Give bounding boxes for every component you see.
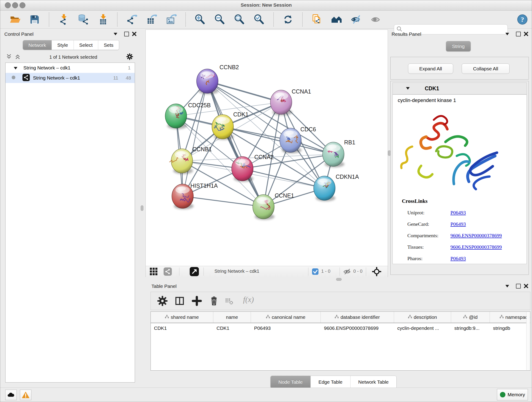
network-share-badge-icon[interactable] xyxy=(164,268,172,277)
tab-network[interactable]: Network xyxy=(23,40,52,50)
collapse-panel-icon[interactable] xyxy=(504,31,510,37)
import-network-from-database-icon[interactable] xyxy=(78,14,89,25)
close-panel-icon[interactable] xyxy=(523,283,529,289)
title-bar: Session: New Session xyxy=(0,0,532,11)
export-table-icon[interactable] xyxy=(146,14,157,25)
float-panel-icon[interactable] xyxy=(515,31,521,37)
tab-string[interactable]: String xyxy=(446,41,471,51)
column-header-shared-name[interactable]: shared name xyxy=(151,312,213,323)
svg-text:CCNA1: CCNA1 xyxy=(292,88,311,95)
column-type-icon xyxy=(408,314,412,320)
tab-node-table[interactable]: Node Table xyxy=(271,376,311,388)
column-header-namespace[interactable]: namespace xyxy=(490,312,530,323)
crosshair-icon[interactable] xyxy=(372,267,381,277)
collection-count: 1 xyxy=(128,65,131,70)
help-button[interactable]: ? xyxy=(517,14,528,25)
zoom-in-icon[interactable] xyxy=(195,14,206,25)
warnings-button[interactable] xyxy=(20,390,32,400)
collapse-panel-icon[interactable] xyxy=(113,31,119,37)
table-cell[interactable]: P06493 xyxy=(251,323,321,333)
network-options-gear-icon[interactable] xyxy=(126,53,133,61)
float-panel-icon[interactable] xyxy=(123,31,129,37)
expander-icon[interactable] xyxy=(14,65,17,70)
crosslink-value-link[interactable]: 9606.ENSP00000378699 xyxy=(450,233,502,239)
crosslink-row: Tissues:9606.ENSP00000378699 xyxy=(407,244,424,250)
export-network-icon[interactable] xyxy=(126,14,137,25)
detach-view-icon[interactable] xyxy=(190,267,199,277)
delete-table-icon-disabled xyxy=(225,297,234,307)
add-column-icon[interactable] xyxy=(191,296,202,307)
zoom-out-icon[interactable] xyxy=(214,14,225,25)
network-collection-row[interactable]: String Network – cdk1 1 xyxy=(6,63,135,73)
memory-button[interactable]: Memory xyxy=(497,389,528,400)
svg-text:CDK1: CDK1 xyxy=(233,111,249,118)
tab-edge-table[interactable]: Edge Table xyxy=(311,376,351,388)
table-cell[interactable]: cyclin-dependent ... xyxy=(394,323,451,333)
selected-checkbox-icon[interactable] xyxy=(312,268,318,276)
status-bar: Memory xyxy=(0,388,532,402)
collapse-all-button[interactable]: Collapse All xyxy=(462,64,510,74)
tab-style[interactable]: Style xyxy=(52,40,74,50)
column-header-name[interactable]: name xyxy=(213,312,251,323)
table-row[interactable]: CDK1CDK1P064939606.ENSP00000378699cyclin… xyxy=(151,323,530,333)
import-table-from-file-icon[interactable] xyxy=(97,14,108,25)
float-panel-icon[interactable] xyxy=(515,283,521,289)
column-type-icon xyxy=(463,314,467,320)
birdseye-grid-icon[interactable] xyxy=(150,268,158,276)
protein-section-header[interactable]: CDK1 xyxy=(393,83,527,95)
svg-text:CCNE1: CCNE1 xyxy=(275,192,294,199)
svg-text:CDC25B: CDC25B xyxy=(188,102,211,108)
cloud-status-button[interactable] xyxy=(5,390,17,400)
column-header-label: description xyxy=(414,314,437,320)
string-query-icon[interactable] xyxy=(331,14,342,25)
zoom-fit-icon[interactable] xyxy=(234,14,245,25)
table-cell[interactable]: CDK1 xyxy=(213,323,251,333)
tab-sets[interactable]: Sets xyxy=(98,40,119,50)
expander-icon[interactable] xyxy=(406,86,410,90)
import-network-from-file-icon[interactable] xyxy=(58,14,69,25)
svg-text:HIST1H1A: HIST1H1A xyxy=(190,182,218,189)
network-canvas[interactable]: CCNB2 CCNA1 CDC25B CDK1 CDC6 RB1 xyxy=(146,30,388,266)
network-node-CDC25B: CDC25B xyxy=(165,102,211,129)
crosslink-label: Uniprot: xyxy=(407,210,424,216)
close-panel-icon[interactable] xyxy=(131,31,137,37)
show-all-icon[interactable] xyxy=(370,14,381,25)
show-columns-icon[interactable] xyxy=(174,296,185,307)
crosslink-value-link[interactable]: P06493 xyxy=(450,221,466,227)
crosslink-value-link[interactable]: 9606.ENSP00000378699 xyxy=(450,244,502,250)
column-header-description[interactable]: description xyxy=(394,312,451,323)
network-row[interactable]: String Network – cdk1 11 48 xyxy=(6,73,135,83)
collapse-panel-icon[interactable] xyxy=(504,283,510,289)
column-header--id[interactable]: @id xyxy=(451,312,490,323)
expand-all-icon[interactable] xyxy=(15,54,20,60)
zoom-selected-icon[interactable] xyxy=(254,14,265,25)
crosslink-value-link[interactable]: P06493 xyxy=(450,210,466,216)
refresh-view-icon[interactable] xyxy=(283,14,293,25)
column-header-label: canonical name xyxy=(272,314,305,320)
crosslink-label: GeneCard: xyxy=(407,221,429,227)
table-cell[interactable]: CDK1 xyxy=(151,323,213,333)
collapse-all-icon[interactable] xyxy=(6,54,12,60)
crosslink-value-link[interactable]: P06493 xyxy=(450,255,466,262)
bottom-splitter-handle[interactable] xyxy=(336,278,342,281)
network-view: CCNB2 CCNA1 CDC25B CDK1 CDC6 RB1 xyxy=(146,30,388,277)
table-options-gear-icon[interactable] xyxy=(157,296,168,307)
tab-select[interactable]: Select xyxy=(74,40,98,50)
export-image-icon[interactable] xyxy=(166,14,177,25)
table-cell[interactable]: stringdb xyxy=(490,323,530,333)
tab-network-table[interactable]: Network Table xyxy=(351,376,397,388)
column-header-database-identifier[interactable]: database identifier xyxy=(321,312,394,323)
new-network-from-selection-icon[interactable] xyxy=(311,14,322,25)
vertical-scrollbar[interactable] xyxy=(526,312,530,370)
column-header-canonical-name[interactable]: canonical name xyxy=(251,312,321,323)
expand-all-button[interactable]: Expand All xyxy=(408,64,453,74)
left-splitter-handle[interactable] xyxy=(141,205,143,211)
open-file-icon[interactable] xyxy=(9,14,20,25)
delete-column-icon[interactable] xyxy=(209,296,219,307)
table-cell[interactable]: 9606.ENSP00000378699 xyxy=(321,323,394,333)
table-panel: Table Panel f(x) shared namenamecanonica… xyxy=(149,282,532,384)
hide-selected-icon[interactable] xyxy=(351,14,362,25)
save-session-icon[interactable] xyxy=(29,14,40,25)
close-panel-icon[interactable] xyxy=(523,31,529,37)
table-cell[interactable]: stringdb:9... xyxy=(451,323,490,333)
